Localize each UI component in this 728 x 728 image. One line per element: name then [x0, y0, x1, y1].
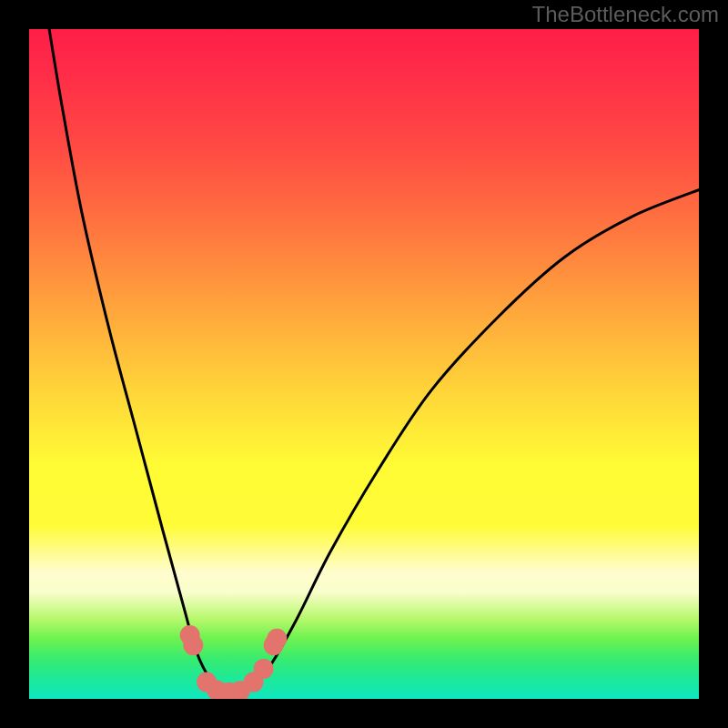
curve-marker: [183, 635, 203, 655]
curve-marker: [254, 659, 274, 679]
watermark-text: TheBottleneck.com: [532, 2, 719, 27]
curve-marker: [267, 629, 287, 649]
bottleneck-curve: [49, 29, 699, 693]
chart-outer-frame: TheBottleneck.com: [0, 0, 728, 728]
plot-area: [29, 29, 699, 699]
curve-markers: [180, 625, 288, 699]
curve-layer: [29, 29, 699, 699]
